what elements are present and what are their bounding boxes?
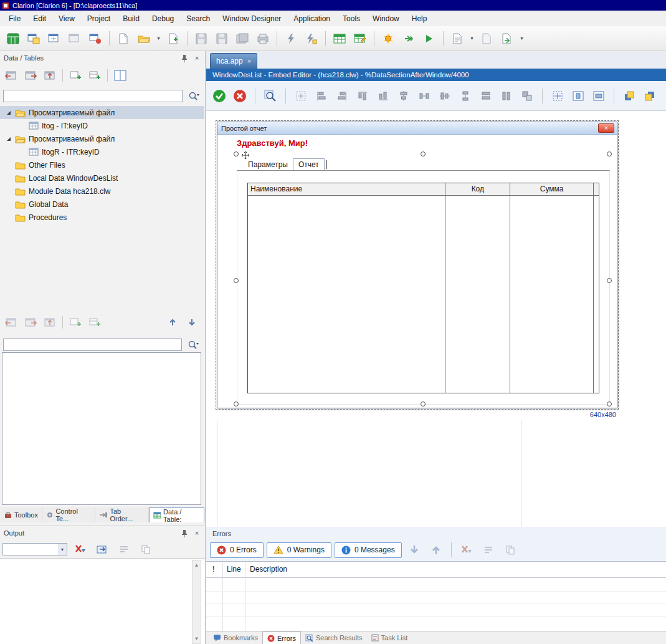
menu-window-designer[interactable]: Window Designer: [216, 12, 287, 26]
align-top-icon[interactable]: [354, 88, 371, 104]
preview-icon[interactable]: [262, 88, 278, 104]
designer-tab-parameters[interactable]: Параметры: [243, 159, 293, 170]
designer-tab-report[interactable]: Отчет: [293, 158, 325, 171]
selection-handle[interactable]: [234, 278, 239, 283]
list-column-header[interactable]: Сумма: [510, 183, 593, 196]
menu-window[interactable]: Window: [366, 12, 406, 26]
clear-errors-icon[interactable]: [457, 542, 476, 558]
document-tab-close-icon[interactable]: ×: [247, 57, 251, 65]
split-columns-icon[interactable]: [112, 67, 129, 84]
selection-handle[interactable]: [421, 401, 426, 406]
previous-error-icon[interactable]: [427, 542, 445, 558]
column-description[interactable]: Description: [250, 565, 287, 574]
menu-help[interactable]: Help: [406, 12, 434, 26]
build-lightning-icon[interactable]: [282, 29, 300, 48]
goto-next-icon[interactable]: [22, 314, 39, 330]
tree-item-folder[interactable]: Procedures: [0, 211, 204, 224]
add-table-icon[interactable]: [67, 314, 84, 330]
sidebar-detail-list[interactable]: [2, 352, 201, 505]
tree-item-folder[interactable]: Просматриваемый файл: [0, 132, 204, 145]
close-panel-icon[interactable]: ×: [193, 54, 201, 62]
goto-output-icon[interactable]: [93, 541, 111, 557]
expand-arrow-icon[interactable]: [5, 137, 12, 142]
next-error-icon[interactable]: [405, 542, 424, 558]
tree-item-folder[interactable]: Module Data hca218.clw: [0, 185, 204, 198]
rebuild-lightning-icon[interactable]: [302, 29, 321, 48]
align-left-icon[interactable]: [313, 88, 330, 104]
align-bottom-icon[interactable]: [375, 88, 391, 104]
clear-output-icon[interactable]: [72, 541, 89, 557]
menu-search[interactable]: Search: [180, 12, 216, 26]
new-application-icon[interactable]: [4, 29, 22, 48]
save-as-icon[interactable]: [212, 29, 231, 48]
center-vertical-icon[interactable]: [437, 88, 453, 104]
close-panel-icon[interactable]: ×: [193, 529, 201, 537]
menu-file[interactable]: File: [2, 12, 27, 26]
cancel-icon[interactable]: [232, 88, 248, 104]
add-table-icon[interactable]: [67, 67, 84, 84]
scroll-up-icon[interactable]: ▲: [194, 560, 199, 570]
goto-previous-icon[interactable]: [2, 67, 20, 84]
align-right-icon[interactable]: [334, 88, 350, 104]
pin-icon[interactable]: [180, 54, 189, 62]
designed-window-titlebar[interactable]: Простой отчет ×: [217, 122, 617, 135]
sidebar-search-input[interactable]: [3, 90, 183, 102]
copy-errors-icon[interactable]: [501, 542, 520, 558]
move-handle-icon[interactable]: [241, 151, 250, 161]
tab-bookmarks[interactable]: Bookmarks: [209, 632, 262, 644]
make-arrow-icon[interactable]: [399, 29, 418, 48]
table-edit-icon[interactable]: [351, 29, 369, 48]
selection-handle[interactable]: [607, 151, 612, 156]
greeting-label[interactable]: Здравствуй, Мир!: [237, 138, 308, 148]
tree-item-folder[interactable]: Просматриваемый файл: [0, 106, 204, 119]
pin-icon[interactable]: [180, 529, 189, 537]
tree-item-folder[interactable]: Local Data WindowDesList: [0, 171, 204, 185]
add-key-icon[interactable]: [86, 314, 103, 330]
list-control[interactable]: Наименование Код Сумма: [247, 183, 599, 393]
list-column-header[interactable]: Код: [445, 183, 510, 196]
warnings-filter-button[interactable]: 0 Warnings: [267, 542, 331, 558]
sidebar-lower-search-input[interactable]: [3, 339, 182, 351]
tree-item-table[interactable]: Itog - IT:keyID: [0, 119, 204, 132]
selection-handle[interactable]: [607, 401, 612, 406]
application-disabled-icon[interactable]: [65, 29, 84, 48]
space-vertical-icon[interactable]: [457, 88, 473, 104]
send-back-icon[interactable]: [642, 88, 658, 104]
copy-output-icon[interactable]: [137, 541, 155, 557]
tab-tab-order[interactable]: Tab Order...: [95, 507, 149, 522]
save-icon[interactable]: [192, 29, 211, 48]
selection-handle[interactable]: [607, 278, 612, 283]
move-up-icon[interactable]: [164, 314, 181, 330]
sidebar-lower-search-button[interactable]: [185, 338, 201, 352]
column-line[interactable]: Line: [227, 565, 241, 574]
same-size-icon[interactable]: [519, 88, 535, 104]
same-width-icon[interactable]: [478, 88, 494, 104]
toggle-list-icon[interactable]: [479, 542, 498, 558]
menu-edit[interactable]: Edit: [27, 12, 52, 26]
space-horizontal-icon[interactable]: [416, 88, 432, 104]
expand-arrow-icon[interactable]: [5, 110, 12, 115]
output-source-dropdown[interactable]: ▾: [2, 543, 67, 555]
print-icon[interactable]: [254, 29, 272, 48]
output-content[interactable]: ▲ ▼: [0, 559, 205, 644]
menu-build[interactable]: Build: [117, 12, 146, 26]
save-all-icon[interactable]: [233, 29, 252, 48]
same-height-icon[interactable]: [498, 88, 515, 104]
new-item-icon[interactable]: [164, 29, 183, 48]
tab-search-results[interactable]: Search Results: [301, 632, 367, 644]
applications-list-icon[interactable]: [86, 29, 105, 48]
menu-project[interactable]: Project: [81, 12, 117, 26]
goto-previous-icon[interactable]: [2, 314, 20, 330]
tab-task-list[interactable]: Task List: [367, 632, 412, 644]
run-play-icon[interactable]: [420, 29, 439, 48]
tab-errors[interactable]: Errors: [262, 632, 301, 644]
scroll-down-icon[interactable]: ▼: [194, 634, 199, 643]
application-open-icon[interactable]: [45, 29, 64, 48]
tab-toolbox[interactable]: Toolbox: [1, 507, 42, 522]
open-folder-caret-icon[interactable]: ▾: [155, 29, 162, 48]
errors-filter-button[interactable]: 0 Errors: [210, 542, 264, 558]
output-scrollbar[interactable]: ▲ ▼: [192, 560, 201, 644]
center-window-v-icon[interactable]: [591, 88, 607, 104]
designed-window-close-button[interactable]: ×: [598, 123, 614, 133]
data-dictionary-icon[interactable]: [330, 29, 349, 48]
